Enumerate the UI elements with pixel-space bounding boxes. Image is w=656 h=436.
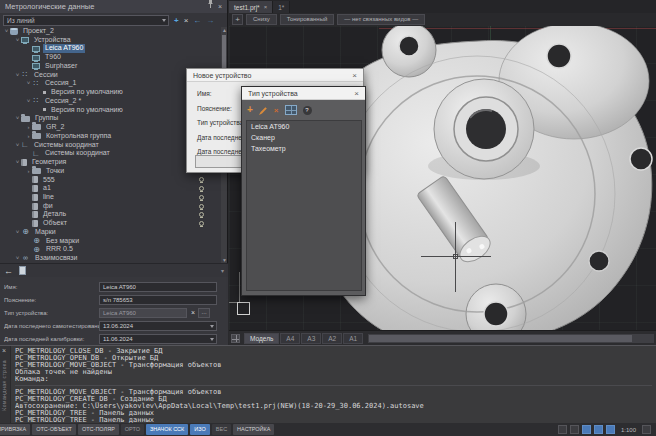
tree-item-label: Системы координат	[43, 149, 112, 158]
expanded-icon[interactable]: ˅	[14, 114, 21, 123]
back-arrow-icon[interactable]: ←	[193, 15, 201, 26]
tray-icon[interactable]	[558, 425, 567, 434]
chevron-down-icon[interactable]	[210, 338, 214, 341]
pin-icon[interactable]	[207, 0, 214, 13]
status-toggle-вес[interactable]: ВЕС	[212, 424, 231, 435]
dialog-title-bar[interactable]: Тип устройства ×	[242, 87, 365, 100]
tree-item[interactable]: Leica AT960	[0, 44, 221, 53]
tree-item[interactable]: ⊕RRR 0.5	[0, 245, 221, 254]
property-field[interactable]: Leica AT960	[99, 282, 217, 292]
status-toggle-орто[interactable]: ОРТО	[121, 424, 144, 435]
scrollbar-thumb[interactable]	[369, 335, 632, 342]
status-toggle-отс-объект[interactable]: ОТС-ОБЪЕКТ	[32, 424, 76, 435]
bullet-icon	[43, 91, 46, 94]
linked-views-button[interactable]: — нет связанных видов —	[337, 14, 425, 25]
expanded-icon[interactable]: ˅	[3, 27, 10, 36]
help-icon[interactable]: ?	[303, 106, 312, 115]
clear-icon[interactable]: ×	[191, 309, 195, 316]
layout-tab[interactable]: А2	[322, 333, 342, 344]
tray-icon[interactable]	[570, 425, 579, 434]
status-toggle-значок сск[interactable]: ЗНАЧОК ССК	[146, 424, 188, 435]
tree-item[interactable]: фи	[0, 202, 221, 211]
back-arrow-icon[interactable]: ←	[4, 266, 13, 276]
console-output[interactable]: PC_METROLOGY_CLOSE_DB - Закрытие БДPC_ME…	[15, 348, 652, 423]
horizontal-scrollbar[interactable]	[368, 334, 654, 343]
status-toggle-привязка[interactable]: ПРИВЯЗКА	[0, 424, 30, 435]
visibility-bulb-icon[interactable]	[199, 212, 204, 217]
status-toggle-отс-поляр[interactable]: ОТС-ПОЛЯР	[78, 424, 119, 435]
tree-item[interactable]: ˅Проект_2	[0, 27, 221, 36]
add-filter-icon[interactable]: +	[174, 15, 179, 26]
visibility-bulb-icon[interactable]	[199, 221, 204, 226]
visibility-bulb-icon[interactable]	[199, 177, 204, 182]
close-icon[interactable]: ×	[218, 0, 222, 13]
visibility-bulb-icon[interactable]	[199, 186, 204, 191]
status-right-cluster: 1:100	[558, 425, 656, 434]
table-icon[interactable]	[285, 105, 297, 115]
dialog-title-bar[interactable]: Новое устройство ×	[187, 69, 363, 82]
scale-indicator[interactable]: 1:100	[621, 427, 636, 433]
forward-arrow-icon[interactable]: →	[206, 15, 214, 26]
collapsed-icon[interactable]: ›	[25, 167, 32, 176]
layout-tab[interactable]: Модель	[244, 333, 279, 344]
workspace-icon[interactable]	[582, 425, 591, 434]
tree-item-label: Без марки	[44, 237, 81, 246]
collapsed-icon[interactable]: ›	[25, 123, 32, 132]
expanded-icon[interactable]: ˅	[14, 254, 21, 263]
status-toggle-изо[interactable]: ИЗО	[190, 424, 210, 435]
add-icon[interactable]: +	[247, 104, 253, 116]
settings-icon[interactable]	[642, 425, 651, 434]
tree-item[interactable]: 555	[0, 175, 221, 184]
device-type-field[interactable]: Leica AT960	[99, 308, 187, 318]
document-tab[interactable]: 1*	[273, 1, 290, 13]
close-icon[interactable]: ×	[264, 4, 268, 10]
expanded-icon[interactable]: ˅	[14, 36, 21, 45]
tree-item[interactable]: line	[0, 193, 221, 202]
add-view-button[interactable]: +	[232, 14, 243, 25]
expanded-icon[interactable]: ˅	[14, 141, 21, 150]
grid-icon[interactable]	[231, 334, 240, 343]
property-field[interactable]: 11.06.2024	[99, 334, 217, 344]
tree-item[interactable]: Объект	[0, 219, 221, 228]
tree-item[interactable]: ˅Устройства	[0, 36, 221, 45]
expanded-icon[interactable]: ˅	[25, 97, 32, 106]
annotation-icon[interactable]	[606, 425, 615, 434]
tree-item[interactable]: T960	[0, 53, 221, 62]
console-tab-label[interactable]: Командная строка	[1, 360, 7, 411]
tree-item-label: Версия по умолчанию	[49, 106, 125, 115]
layout-tab[interactable]: А1	[343, 333, 363, 344]
expanded-icon[interactable]: ˅	[14, 228, 21, 237]
chevron-down-icon[interactable]: ▾	[221, 267, 224, 274]
status-toggle-настройка[interactable]: НАСТРОЙКА	[233, 424, 274, 435]
view-orientation-button[interactable]: Снизу	[246, 14, 277, 25]
expanded-icon[interactable]: ˅	[14, 158, 21, 167]
tree-item[interactable]: a1	[0, 184, 221, 193]
expanded-icon[interactable]: ˅	[25, 79, 32, 88]
device-type-item[interactable]: Тахеометр	[247, 143, 361, 154]
visibility-bulb-icon[interactable]	[199, 195, 204, 200]
property-field[interactable]: s/n 785653	[99, 295, 217, 305]
device-type-item[interactable]: Сканер	[247, 132, 361, 143]
close-icon[interactable]: ×	[352, 69, 357, 81]
layout-tab[interactable]: А3	[301, 333, 321, 344]
edit-icon[interactable]	[259, 101, 268, 119]
tree-item[interactable]: Деталь	[0, 210, 221, 219]
close-icon[interactable]: ×	[2, 347, 6, 354]
cursor-mode-icon[interactable]	[594, 425, 603, 434]
browse-button[interactable]: ...	[198, 308, 210, 318]
tree-item[interactable]: ˅∞Взаимосвязи	[0, 254, 221, 263]
clear-search-icon[interactable]: ×	[184, 15, 189, 26]
property-field[interactable]: 13.06.2024	[99, 321, 217, 331]
expanded-icon[interactable]: ˅	[14, 71, 21, 80]
tree-item-label: Деталь	[41, 210, 68, 219]
chevron-down-icon[interactable]	[210, 325, 214, 328]
delete-icon[interactable]: ×	[274, 106, 279, 115]
document-tab[interactable]: test1.prj*×	[229, 1, 273, 13]
document-icon[interactable]	[19, 266, 26, 275]
visibility-bulb-icon[interactable]	[199, 204, 204, 209]
layout-tab[interactable]: А4	[280, 333, 300, 344]
device-type-item[interactable]: Leica AT960	[247, 121, 361, 132]
shading-mode-button[interactable]: Тонированный	[280, 14, 335, 25]
search-input[interactable]: Из линий	[3, 15, 169, 26]
close-icon[interactable]: ×	[354, 87, 359, 99]
